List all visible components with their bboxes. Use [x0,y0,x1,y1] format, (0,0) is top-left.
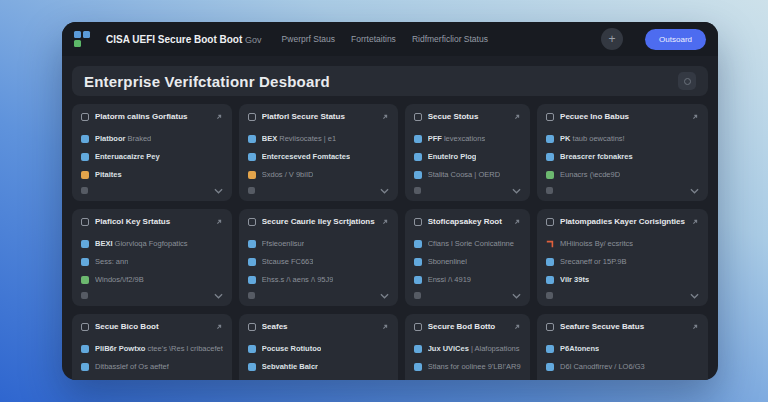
chevron-down-icon[interactable] [512,188,521,194]
list-item[interactable]: Sebvahtie Balcr [248,362,389,371]
list-item[interactable]: Ffsieoenlisur [248,239,389,248]
chevron-down-icon[interactable] [380,188,389,194]
card-header: Seafure Secuve Batus [546,322,699,331]
card-title: Secue Stotus [428,112,507,121]
blue-square-icon [248,276,256,284]
list-item[interactable]: Ditbasslef of Os aeftef [81,362,223,371]
list-item[interactable]: PliB6r Powtxo ctee's \Res l cribacefet [81,344,223,353]
external-link-icon[interactable] [381,218,389,226]
list-item[interactable]: Windos/\/f2/9B [81,275,223,284]
blue-square-icon [546,276,554,284]
external-link-icon[interactable] [691,113,699,121]
list-item[interactable]: Cfians l Sorie Conicatinne [414,239,521,248]
list-item-label: Sxdos / V 9biID [262,170,314,179]
checkbox-icon[interactable] [414,323,422,331]
external-link-icon[interactable] [215,113,223,121]
card-footer [248,284,389,299]
external-link-icon[interactable] [215,323,223,331]
list-item[interactable]: Stlans for oolinee 9'LB!'AR9 [414,362,521,371]
primary-action-button[interactable]: Outsoard [645,29,706,50]
list-item[interactable]: Sess: ann [81,257,223,266]
checkbox-icon[interactable] [414,218,422,226]
list-item[interactable]: Sbonenlinel [414,257,521,266]
list-item-label: PK taub oewcatins! [560,134,625,143]
checkbox-icon[interactable] [546,218,554,226]
list-item[interactable]: Pocuse Rotiutoo [248,344,389,353]
checkbox-icon[interactable] [414,113,422,121]
blue-square-icon [414,363,422,371]
checkbox-icon[interactable] [81,323,89,331]
orange-square-icon [81,171,89,179]
list-item[interactable]: Enssi /\ 4919 [414,275,521,284]
external-link-icon[interactable] [691,323,699,331]
status-dot-icon [546,187,553,194]
card-item-list: PFF levexcations Enutelro Plog Stalita C… [414,125,521,179]
card-title: Platforl Secure Status [262,112,375,121]
checkbox-icon[interactable] [546,323,554,331]
corner-flag-icon [546,240,554,248]
list-item[interactable]: Stcause FC663 [248,257,389,266]
list-item[interactable]: D6l Canodfirrev / LO6/G3 [546,362,699,371]
page-title: Enterprise Verifctationr Desboard [84,73,678,90]
chevron-down-icon[interactable] [214,188,223,194]
external-link-icon[interactable] [215,218,223,226]
nav-link-2[interactable]: Forrtetaitins [351,34,396,44]
list-item[interactable]: Eunacrs (\ecde9D [546,170,699,179]
list-item[interactable]: PK taub oewcatins! [546,134,699,143]
external-link-icon[interactable] [513,113,521,121]
external-link-icon[interactable] [381,323,389,331]
list-item[interactable]: Jux UViCes | Alafopsations [414,344,521,353]
list-item-label: Srecaneff or 15P.9B [560,257,626,266]
external-link-icon[interactable] [513,323,521,331]
blue-square-icon [248,240,256,248]
blue-square-icon [414,240,422,248]
list-item[interactable]: Sxdos / V 9biID [248,170,389,179]
list-item[interactable]: BEXI Giorvloqa Fogfopatics [81,239,223,248]
chevron-down-icon[interactable] [690,188,699,194]
card-header: Stoficapsakey Root [414,217,521,226]
list-item[interactable]: BEX Reviisocates | e1 [248,134,389,143]
blue-square-icon [248,345,256,353]
blue-square-icon [248,153,256,161]
checkbox-icon[interactable] [81,218,89,226]
checkbox-icon[interactable] [546,113,554,121]
blue-square-icon [248,363,256,371]
list-item[interactable]: Enteruacaizre Pey [81,152,223,161]
list-item[interactable]: Platboor Braked [81,134,223,143]
list-item[interactable]: Ehss.s /\ aens /\ 95J9 [248,275,389,284]
list-item-label: Sebvahtie Balcr [262,362,318,371]
card-title: Seafes [262,322,375,331]
list-item[interactable]: Enterceseved Fomtactes [248,152,389,161]
list-item[interactable]: PFF levexcations [414,134,521,143]
external-link-icon[interactable] [513,218,521,226]
list-item[interactable]: P6Atonens [546,344,699,353]
chevron-down-icon[interactable] [214,293,223,299]
list-item[interactable]: Vilr 39ts [546,275,699,284]
card-footer [546,284,699,299]
list-item[interactable]: MHiinoiss By/ ecsritcs [546,239,699,248]
list-item-label: Ehss.s /\ aens /\ 95J9 [262,275,334,284]
card-item-list: BEX Reviisocates | e1 Enterceseved Fomta… [248,125,389,179]
external-link-icon[interactable] [691,218,699,226]
checkbox-icon[interactable] [248,218,256,226]
list-item-label: Stalita Coosa | OERD [428,170,500,179]
list-item[interactable]: Srecaneff or 15P.9B [546,257,699,266]
blue-square-icon [414,276,422,284]
external-link-icon[interactable] [381,113,389,121]
nav-link-1[interactable]: Pwerprf Staus [282,34,335,44]
chevron-down-icon[interactable] [380,293,389,299]
list-item[interactable]: Enutelro Plog [414,152,521,161]
header-action-button[interactable] [678,72,696,90]
chevron-down-icon[interactable] [512,293,521,299]
checkbox-icon[interactable] [248,113,256,121]
chevron-down-icon[interactable] [690,293,699,299]
status-dot-icon [81,292,88,299]
list-item[interactable]: Breascrer fcbnakres [546,152,699,161]
blue-square-icon [546,135,554,143]
list-item[interactable]: Stalita Coosa | OERD [414,170,521,179]
add-button[interactable]: + [601,28,623,50]
checkbox-icon[interactable] [248,323,256,331]
list-item[interactable]: Pitaites [81,170,223,179]
nav-link-3[interactable]: Ridfmerficlior Status [412,34,488,44]
checkbox-icon[interactable] [81,113,89,121]
